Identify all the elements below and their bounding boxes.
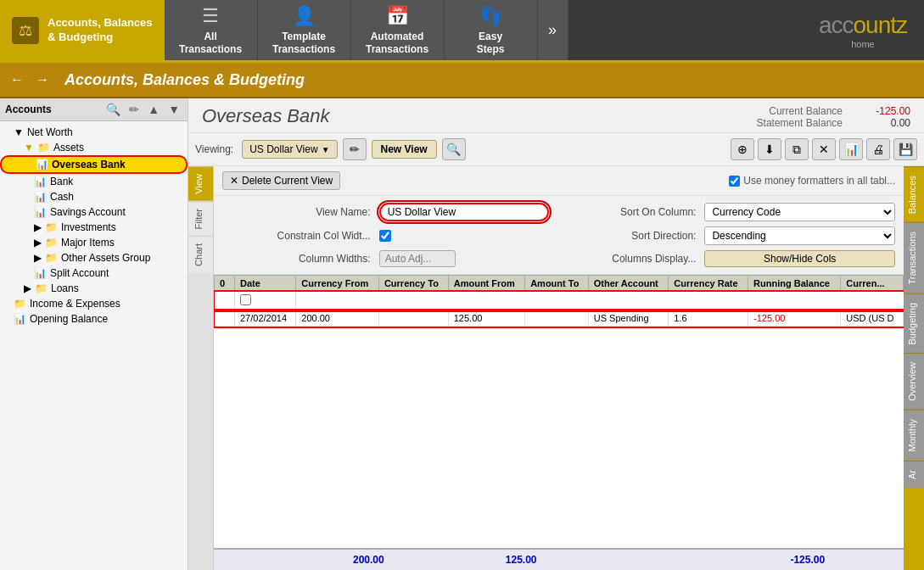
account-icon: 📊 xyxy=(14,313,26,325)
right-tab-overview[interactable]: Overview xyxy=(904,353,924,410)
sidebar: Accounts 🔍 ✏ ▲ ▼ ▼ Net Worth ▼ 📁 Assets … xyxy=(0,98,188,570)
view-name-input[interactable] xyxy=(379,203,549,221)
col-header-running-balance[interactable]: Running Balance xyxy=(748,276,841,292)
footer-currency-from: 200.00 xyxy=(311,552,391,567)
col-header-amount-from[interactable]: Amount From xyxy=(448,276,524,292)
col-header-other-account[interactable]: Other Account xyxy=(588,276,669,292)
sidebar-item-bank[interactable]: 📊 Bank xyxy=(0,174,188,189)
right-tab-transactions[interactable]: Transactions xyxy=(904,222,924,293)
panel-content: ✕ Delete Current View Use money formatte… xyxy=(214,166,904,570)
sidebar-down-icon[interactable]: ▼ xyxy=(165,102,182,117)
sidebar-edit-icon[interactable]: ✏ xyxy=(126,102,142,117)
nav-template-label: TemplateTransactions xyxy=(272,31,335,55)
sidebar-item-assets[interactable]: ▼ 📁 Assets xyxy=(0,140,188,155)
view-name-display: US Dollar View xyxy=(249,143,317,155)
folder-icon: 📁 xyxy=(35,282,48,294)
template-icon: 👤 xyxy=(293,5,316,27)
col-header-currency-from[interactable]: Currency From xyxy=(296,276,379,292)
right-tab-ar[interactable]: Ar xyxy=(904,461,924,488)
nav-more-button[interactable]: » xyxy=(538,0,568,60)
account-header: Overseas Bank Current Balance -125.00 St… xyxy=(188,98,924,133)
columns-display-label: Columns Display... xyxy=(557,253,697,265)
folder-icon: 📁 xyxy=(45,237,58,249)
right-tabs: Balances Transactions Budgeting Overview… xyxy=(904,166,924,570)
sidebar-up-icon[interactable]: ▲ xyxy=(145,102,162,117)
expand-icon: ▶ xyxy=(34,221,42,233)
col-header-currency-rate[interactable]: Currency Rate xyxy=(669,276,748,292)
nav-easy-steps[interactable]: 👣 EasySteps xyxy=(445,0,538,60)
row-amount-to xyxy=(525,310,589,327)
transactions-icon: ☰ xyxy=(202,5,219,27)
row-currency-from: 200.00 xyxy=(296,310,379,327)
row-currency: USD (US D xyxy=(841,310,904,327)
chart-button[interactable]: 📊 xyxy=(839,138,863,160)
expand-icon: ▶ xyxy=(34,237,42,249)
right-tab-balances[interactable]: Balances xyxy=(904,166,924,222)
row-amount-from: 125.00 xyxy=(448,310,524,327)
delete-icon: ✕ xyxy=(230,175,238,187)
view-settings: View Name: Sort On Column: Currency Code… xyxy=(214,196,904,275)
col-header-amount-to[interactable]: Amount To xyxy=(525,276,589,292)
sidebar-item-net-worth[interactable]: ▼ Net Worth xyxy=(0,125,188,140)
right-tab-monthly[interactable]: Monthly xyxy=(904,410,924,461)
balance-info: Current Balance -125.00 Statement Balanc… xyxy=(757,105,910,129)
column-widths-input[interactable] xyxy=(379,250,456,267)
import-button[interactable]: ⬇ xyxy=(758,138,781,160)
sidebar-item-investments[interactable]: ▶ 📁 Investments xyxy=(0,220,188,235)
export-button[interactable]: 💾 xyxy=(893,138,917,160)
transactions-container[interactable]: 0 Date Currency From Currency To Amount … xyxy=(214,275,904,548)
right-tab-budgeting[interactable]: Budgeting xyxy=(904,293,924,354)
nav-all-transactions-label: AllTransactions xyxy=(179,31,242,55)
sidebar-item-split-account[interactable]: 📊 Split Account xyxy=(0,265,188,281)
duplicate-button[interactable]: ⧉ xyxy=(785,138,809,160)
sort-direction-select[interactable]: Descending xyxy=(704,226,895,245)
sidebar-search-icon[interactable]: 🔍 xyxy=(104,102,123,117)
expand-icon: ▶ xyxy=(24,282,31,294)
folder-icon: 📁 xyxy=(45,221,58,233)
row-index xyxy=(215,310,235,327)
folder-icon: 📁 xyxy=(14,298,26,310)
delete-view-bar: ✕ Delete Current View Use money formatte… xyxy=(214,166,904,196)
side-tabs: View Filter Chart xyxy=(188,166,214,570)
show-hide-cols-button[interactable]: Show/Hide Cols xyxy=(704,250,895,267)
sidebar-item-savings-account[interactable]: 📊 Savings Account xyxy=(0,204,188,220)
chart-tab[interactable]: Chart xyxy=(188,236,213,273)
sort-on-column-select[interactable]: Currency Code xyxy=(704,203,895,221)
search-button[interactable]: 🔍 xyxy=(442,138,466,160)
account-title: Overseas Bank xyxy=(202,105,757,127)
brand-label: Accounts, Balances & Budgeting xyxy=(48,16,153,45)
nav-all-transactions[interactable]: ☰ AllTransactions xyxy=(165,0,258,60)
forward-button[interactable]: → xyxy=(32,70,53,89)
col-header-date[interactable]: Date xyxy=(235,276,296,292)
content-area: Overseas Bank Current Balance -125.00 St… xyxy=(188,98,924,570)
use-money-formatters-checkbox[interactable] xyxy=(729,176,740,187)
sidebar-item-other-assets-group[interactable]: ▶ 📁 Other Assets Group xyxy=(0,250,188,265)
edit-view-button[interactable]: ✏ xyxy=(343,138,367,160)
sidebar-item-overseas-bank[interactable]: 📊 Overseas Bank xyxy=(0,155,188,174)
new-view-button[interactable]: New View xyxy=(372,140,437,159)
delete-current-view-button[interactable]: ✕ Delete Current View xyxy=(222,171,340,190)
view-dropdown[interactable]: US Dollar View ▼ xyxy=(242,140,337,159)
view-tab[interactable]: View xyxy=(188,166,213,201)
print-button[interactable]: 🖨 xyxy=(866,138,890,160)
delete-button[interactable]: ✕ xyxy=(812,138,836,160)
col-header-currency-to[interactable]: Currency To xyxy=(378,276,448,292)
sidebar-item-opening-balance[interactable]: 📊 Opening Balance xyxy=(0,311,188,327)
row-checkbox[interactable] xyxy=(240,294,251,305)
row-check[interactable] xyxy=(235,292,296,310)
toolbar-row: ← → Accounts, Balances & Budgeting xyxy=(0,63,924,98)
back-button[interactable]: ← xyxy=(7,70,27,89)
sidebar-item-major-items[interactable]: ▶ 📁 Major Items xyxy=(0,235,188,250)
add-transaction-button[interactable]: ⊕ xyxy=(731,138,754,160)
sidebar-item-loans[interactable]: ▶ 📁 Loans xyxy=(0,281,188,296)
constrain-col-checkbox[interactable] xyxy=(379,230,391,242)
account-icon: 📊 xyxy=(34,176,47,187)
filter-tab[interactable]: Filter xyxy=(188,201,213,236)
sidebar-item-cash[interactable]: 📊 Cash xyxy=(0,189,188,204)
row-currency-rate: 1.6 xyxy=(669,310,748,327)
nav-automated-transactions[interactable]: 📅 AutomatedTransactions xyxy=(351,0,445,60)
nav-template-transactions[interactable]: 👤 TemplateTransactions xyxy=(258,0,351,60)
sidebar-item-income-expenses[interactable]: 📁 Income & Expenses xyxy=(0,296,188,311)
row-other-account: US Spending xyxy=(588,310,669,327)
col-header-currency[interactable]: Curren... xyxy=(841,276,904,292)
